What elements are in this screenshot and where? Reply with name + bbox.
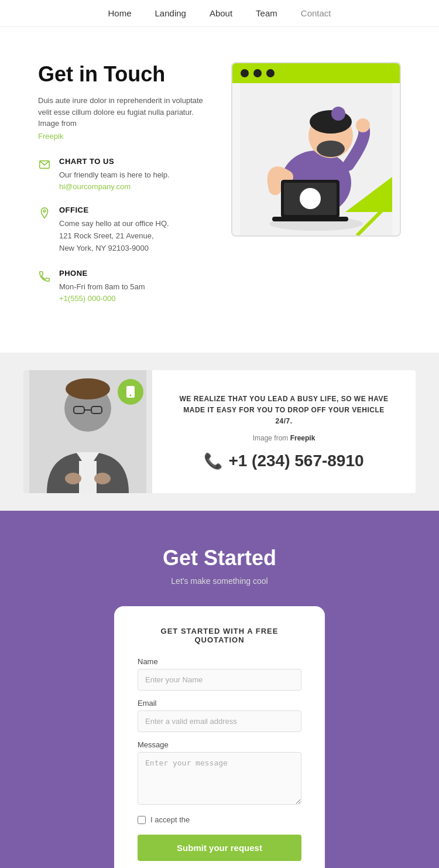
accept-label: I accept the: [150, 815, 190, 824]
browser-content: [232, 83, 400, 235]
browser-bar: [232, 63, 400, 83]
phone-number-link[interactable]: +1(555) 000-000: [59, 294, 116, 303]
email-field-group: Email: [138, 699, 301, 732]
svg-point-10: [317, 141, 345, 157]
main-nav: Home Landing About Team Contact: [0, 0, 439, 27]
busy-life-card: WE REALIZE THAT YOU LEAD A BUSY LIFE, SO…: [23, 370, 416, 493]
image-credit-prefix: Image from: [253, 434, 289, 442]
nav-about[interactable]: About: [210, 8, 232, 18]
message-label: Message: [138, 740, 301, 749]
nav-contact[interactable]: Contact: [301, 8, 331, 18]
quotation-form-card: GET STARTED WITH A FREE QUOTATION Name E…: [114, 606, 325, 868]
illustration-container: [231, 62, 401, 317]
nav-home[interactable]: Home: [108, 8, 132, 18]
name-input[interactable]: [138, 669, 301, 691]
svg-point-11: [356, 118, 370, 132]
form-title: GET STARTED WITH A FREE QUOTATION: [138, 627, 301, 644]
svg-point-24: [94, 473, 111, 484]
email-label: Email: [138, 699, 301, 708]
get-started-heading: Get Started: [23, 546, 416, 570]
svg-rect-18: [79, 461, 97, 493]
email-body: Our friendly team is here to help.: [59, 169, 170, 182]
nav-landing[interactable]: Landing: [155, 8, 186, 18]
get-in-touch-section: Get in Touch Duis aute irure dolor in re…: [0, 27, 439, 353]
big-phone-icon: 📞: [204, 452, 222, 470]
contact-phone: PHONE Mon-Fri from 8am to 5am +1(555) 00…: [38, 269, 214, 304]
office-title: OFFICE: [59, 206, 169, 214]
location-icon: [38, 207, 52, 221]
browser-dot-1: [241, 69, 249, 77]
email-icon: [38, 158, 52, 172]
accept-checkbox[interactable]: [138, 816, 146, 824]
name-field-group: Name: [138, 657, 301, 691]
email-input[interactable]: [138, 710, 301, 732]
svg-point-8: [310, 110, 352, 134]
freepik-link[interactable]: Freepik: [38, 132, 214, 141]
svg-point-23: [65, 473, 81, 484]
get-started-subtitle: Let's make something cool: [23, 576, 416, 586]
busy-life-section: WE REALIZE THAT YOU LEAD A BUSY LIFE, SO…: [0, 353, 439, 511]
svg-rect-15: [272, 217, 348, 221]
svg-point-14: [300, 188, 321, 209]
contact-email: CHART TO US Our friendly team is here to…: [38, 157, 214, 192]
phone-title: PHONE: [59, 269, 145, 278]
browser-mockup: [231, 62, 401, 237]
image-credit-source: Freepik: [290, 434, 315, 442]
busy-tagline: WE REALIZE THAT YOU LEAD A BUSY LIFE, SO…: [176, 394, 392, 428]
get-started-section: Get Started Let's make something cool GE…: [0, 511, 439, 868]
busy-content: WE REALIZE THAT YOU LEAD A BUSY LIFE, SO…: [152, 376, 416, 488]
svg-point-1: [43, 210, 46, 213]
office-body: Come say hello at our office HQ.121 Rock…: [59, 218, 169, 254]
big-phone-display: 📞 +1 (234) 567-8910: [176, 452, 392, 470]
message-textarea[interactable]: [138, 752, 301, 805]
page-description: Duis aute irure dolor in reprehenderit i…: [38, 95, 214, 129]
message-field-group: Message: [138, 740, 301, 807]
person-photo: [23, 370, 152, 493]
contact-office: OFFICE Come say hello at our office HQ.1…: [38, 206, 214, 254]
accept-checkbox-row: I accept the: [138, 815, 301, 824]
name-label: Name: [138, 657, 301, 666]
submit-button[interactable]: Submit your request: [138, 835, 301, 861]
svg-point-26: [130, 395, 132, 397]
svg-point-22: [66, 378, 110, 399]
browser-dot-2: [253, 69, 262, 77]
image-credit: Image from Freepik: [176, 434, 392, 442]
browser-dot-3: [266, 69, 275, 77]
big-phone-number: +1 (234) 567-8910: [228, 452, 363, 470]
phone-icon: [38, 270, 52, 284]
contact-info-left: Get in Touch Duis aute irure dolor in re…: [38, 62, 214, 317]
email-link[interactable]: hi@ourcompany.com: [59, 182, 131, 191]
page-title: Get in Touch: [38, 62, 214, 87]
email-title: CHART TO US: [59, 157, 170, 166]
phone-hours: Mon-Fri from 8am to 5am: [59, 281, 145, 293]
svg-point-9: [331, 107, 345, 121]
nav-team[interactable]: Team: [256, 8, 277, 18]
